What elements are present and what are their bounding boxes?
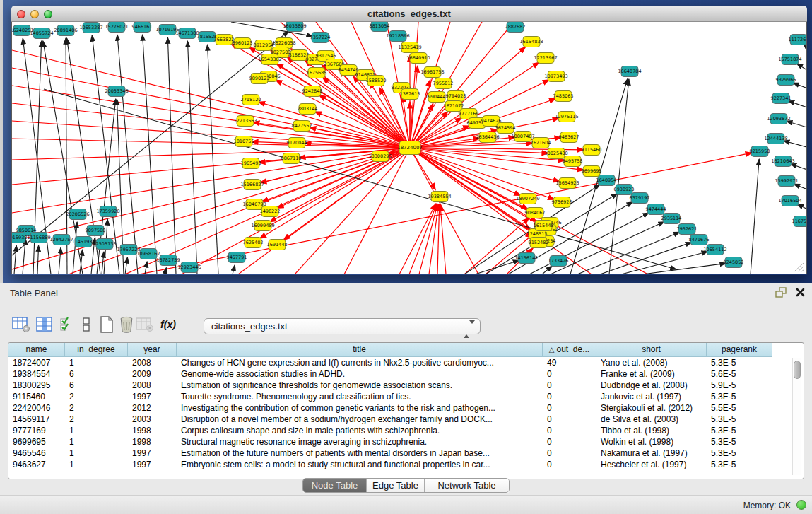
table-header-row[interactable]: namein_degreeyeartitle△out_de...shortpag… (8, 343, 772, 357)
graph-nodes[interactable]: 1624825114055724208914061065328715276021… (12, 22, 806, 273)
graph-node-15276021[interactable]: 15276021 (105, 22, 128, 33)
graph-node-12444138[interactable]: 12444138 (764, 134, 787, 144)
tab-network-table[interactable]: Network Table (425, 479, 509, 492)
table-row[interactable]: 1872400712008Changes of HCN gene express… (8, 357, 772, 368)
graph-node-12213563[interactable]: 12213563 (233, 116, 257, 127)
table-selector-dropdown[interactable]: citations_edges.txt (204, 318, 481, 334)
graph-node-1117264[interactable]: 1117264 (789, 35, 806, 45)
table-row[interactable]: 977716911998Corpus callosum shape and si… (8, 425, 772, 436)
graph-node-14055724[interactable]: 14055724 (30, 28, 53, 39)
graph-node-12923446[interactable]: 12923446 (177, 262, 201, 273)
graph-node-26364436[interactable]: 26364436 (476, 132, 499, 143)
graph-node-20206526[interactable]: 20206526 (66, 209, 89, 220)
graph-node-16210643[interactable]: 16210643 (771, 156, 794, 167)
citation-network-graph[interactable]: 1624825114055724208914061065328715276021… (12, 22, 806, 274)
graph-node-17016504[interactable]: 17016504 (778, 196, 801, 206)
graph-node-9495758[interactable]: 9495758 (563, 156, 583, 167)
graph-node-7955812[interactable]: 7955812 (433, 78, 454, 89)
graph-node-16099489[interactable]: 16099489 (251, 221, 274, 231)
function-builder-icon[interactable]: f(x) (158, 315, 178, 334)
table-settings-icon[interactable] (11, 315, 31, 334)
graph-node-11451934[interactable]: 11451934 (71, 237, 95, 247)
table-row[interactable]: 969969511998Structural magnetic resonanc… (8, 436, 772, 448)
graph-node-8427552[interactable]: 8427552 (292, 121, 312, 132)
graph-node-2718120[interactable]: 2718120 (241, 95, 261, 105)
float-panel-icon[interactable] (775, 287, 787, 298)
graph-node-12942757[interactable]: 12942757 (49, 235, 73, 245)
graph-node-8471676[interactable]: 8471676 (689, 235, 710, 245)
graph-node-9152482[interactable]: 9152482 (529, 238, 549, 248)
graph-node-16154838[interactable]: 16154838 (519, 37, 543, 47)
table-row[interactable]: 1830029562008Estimation of significance … (8, 380, 772, 391)
graph-node-1615448[interactable]: 1615448 (534, 221, 554, 231)
column-header-pagerank[interactable]: pagerank (707, 343, 772, 357)
delete-rows-trash-icon[interactable] (117, 315, 136, 334)
graph-node-16648784[interactable]: 16648784 (618, 66, 641, 77)
graph-node-9170044[interactable]: 9170044 (287, 138, 307, 148)
graph-node-9699695[interactable]: 9699695 (582, 166, 602, 177)
graph-node-3915938[interactable]: 3915938 (12, 233, 27, 243)
table-body[interactable]: 1872400712008Changes of HCN gene express… (8, 357, 772, 470)
graph-node-9084067[interactable]: 9084067 (525, 208, 546, 218)
graph-node-7485063[interactable]: 7485063 (553, 91, 574, 102)
graph-node-9227341[interactable]: 9227341 (771, 93, 792, 104)
graph-node-16543362[interactable]: 16543362 (258, 54, 281, 65)
graph-node-8813054[interactable]: 8813054 (370, 22, 390, 32)
graph-node-20053346[interactable]: 20053346 (105, 86, 128, 97)
graph-node-9245052[interactable]: 9245052 (724, 257, 744, 268)
network-window[interactable]: citations_edges.txt 16248251140557242089… (11, 6, 807, 275)
graph-node-12093872[interactable]: 12093872 (767, 114, 790, 124)
column-header-year[interactable]: year (128, 343, 177, 357)
table-vertical-scrollbar[interactable] (792, 358, 801, 475)
graph-node-18724007[interactable]: 18724007 (397, 141, 423, 155)
graph-node-13992971[interactable]: 13992971 (775, 176, 798, 187)
graph-node-9329966[interactable]: 9329966 (776, 75, 796, 86)
graph-node-17359928[interactable]: 17359928 (96, 206, 119, 217)
scrollbar-thumb[interactable] (794, 361, 801, 379)
close-panel-icon[interactable] (796, 288, 805, 297)
network-canvas[interactable]: 1624825114055724208914061065328715276021… (11, 22, 807, 274)
graph-node-9242848[interactable]: 9242848 (302, 86, 323, 97)
graph-node-1965493[interactable]: 1965493 (241, 158, 261, 169)
graph-node-7357224[interactable]: 7357224 (310, 33, 331, 43)
graph-node-18907249[interactable]: 18907249 (516, 194, 539, 204)
column-header-short[interactable]: short (596, 343, 707, 357)
graph-node-9115460[interactable]: 9115460 (582, 145, 602, 156)
show-columns-icon[interactable] (35, 315, 54, 334)
graph-node-1691448[interactable]: 1691448 (267, 240, 288, 250)
graph-node-7625402[interactable]: 7625402 (243, 238, 264, 248)
graph-node-16782759[interactable]: 16782759 (156, 255, 180, 266)
graph-node-19218596[interactable]: 19218596 (386, 31, 409, 42)
graph-node-9463627[interactable]: 9463627 (559, 132, 579, 143)
graph-node-7621604[interactable]: 7621604 (531, 138, 551, 148)
graph-node-3624594[interactable]: 3624594 (495, 123, 516, 134)
graph-node-7932621[interactable]: 7932621 (677, 224, 698, 235)
graph-node-12213967[interactable]: 12213967 (534, 53, 557, 64)
graph-node-14136141[interactable]: 14136141 (514, 253, 538, 264)
resize-grip-icon[interactable] (792, 262, 804, 272)
table-row[interactable]: 1938455462009Genome-wide association stu… (8, 368, 772, 380)
graph-node-1362615[interactable]: 1362615 (400, 89, 420, 100)
graph-node-9466161[interactable]: 9466161 (132, 22, 153, 33)
node-attribute-table[interactable]: namein_degreeyeartitle△out_de...shortpag… (8, 342, 804, 479)
column-header-name[interactable]: name (8, 343, 65, 357)
graph-node-1733426[interactable]: 1733426 (548, 256, 569, 267)
graph-node-10654112[interactable]: 10654112 (703, 245, 726, 255)
tab-node-table[interactable]: Node Table (303, 479, 367, 492)
network-window-titlebar[interactable]: citations_edges.txt (11, 6, 807, 22)
graph-node-11325419[interactable]: 11325419 (398, 42, 421, 53)
graph-node-7663822[interactable]: 7663822 (214, 35, 235, 45)
graph-node-9756928[interactable]: 9756928 (552, 197, 572, 208)
table-row[interactable]: 946554611997Estimation of the future num… (8, 448, 772, 459)
row-height-icon[interactable] (76, 315, 96, 334)
graph-node-1498222[interactable]: 1498222 (260, 206, 281, 217)
graph-node-8867110[interactable]: 8867110 (281, 153, 302, 164)
graph-node-8960123[interactable]: 8960123 (233, 38, 253, 49)
graph-node-10973493[interactable]: 10973493 (544, 71, 567, 82)
graph-node-2887682[interactable]: 2887682 (505, 22, 526, 33)
graph-node-9097588[interactable]: 9097588 (86, 226, 106, 236)
graph-node-2935114[interactable]: 2935114 (661, 214, 682, 224)
graph-node-9890123[interactable]: 9890123 (249, 74, 270, 84)
graph-node-15654923[interactable]: 15654923 (555, 178, 579, 189)
graph-node-1675685[interactable]: 1675685 (307, 68, 327, 78)
